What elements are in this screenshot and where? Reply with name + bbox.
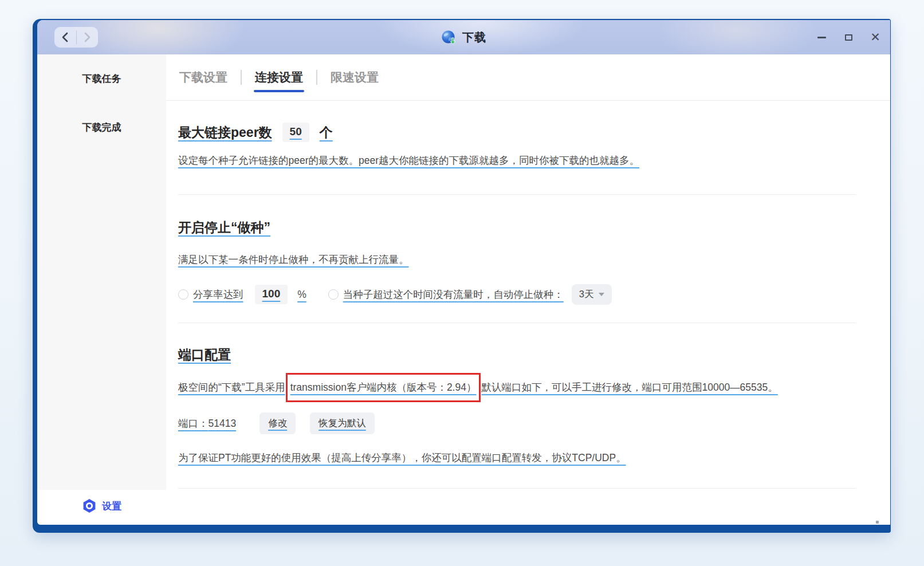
sidebar-item-download-complete[interactable]: 下载完成 [37, 103, 166, 152]
share-ratio-unit: % [297, 286, 306, 304]
max-peer-input[interactable]: 50 [282, 123, 309, 142]
port-intro-before: 极空间的“下载”工具采用 [178, 382, 285, 393]
port-intro-after: 默认端口如下，可以手工进行修改，端口可用范围10000—65535。 [481, 382, 777, 393]
nav-button-group [54, 27, 98, 48]
reset-port-button[interactable]: 恢复为默认 [310, 412, 375, 434]
chevron-right-icon [83, 32, 92, 42]
section-divider [178, 194, 856, 195]
timeout-dropdown-value: 3天 [579, 288, 594, 301]
tab-speed-limit-settings[interactable]: 限速设置 [329, 66, 380, 89]
sidebar-item-download-tasks[interactable]: 下载任务 [37, 54, 166, 103]
minimize-button[interactable] [816, 32, 827, 43]
port-number: 端口：51413 [178, 415, 236, 433]
max-peer-header-row: 最大链接peer数 50 个 [178, 123, 856, 142]
section-divider [178, 488, 856, 489]
pt-note: 为了保证PT功能更好的使用效果（提高上传分享率），你还可以配置端口配置转发，协议… [178, 449, 856, 467]
resize-grip[interactable] [876, 521, 879, 524]
maximize-icon [845, 34, 852, 41]
share-ratio-input[interactable]: 100 [255, 285, 288, 304]
minimize-icon [817, 37, 826, 38]
window-controls: ✕ [816, 20, 881, 54]
max-peer-unit: 个 [320, 124, 333, 142]
stop-seeding-title: 开启停止“做种” [178, 219, 856, 237]
settings-label: 设置 [102, 500, 121, 513]
modify-port-button[interactable]: 修改 [259, 412, 296, 434]
back-button[interactable] [54, 27, 76, 48]
port-config-intro: 极空间的“下载”工具采用transmission客户端内核（版本号：2.94）默… [178, 378, 856, 398]
timeout-dropdown[interactable]: 3天 [572, 284, 612, 305]
stop-seeding-options-row: 分享率达到 100 % 当种子超过这个时间没有流量时，自动停止做种： 3天 [178, 284, 856, 305]
port-config-title: 端口配置 [178, 346, 856, 364]
tab-bar: 下载设置 连接设置 限速设置 [166, 54, 890, 101]
port-row: 端口：51413 修改 恢复为默认 [178, 412, 856, 434]
main-content: 下载设置 连接设置 限速设置 最大链接peer数 50 个 设定每个种子允许链接… [166, 54, 890, 525]
download-globe-icon [441, 30, 457, 45]
settings-entry[interactable]: 设置 [37, 493, 166, 518]
app-window: 下载 ✕ 下载任务 下载完成 [33, 19, 891, 533]
chevron-down-icon [599, 293, 604, 296]
sidebar: 下载任务 下载完成 [37, 54, 166, 490]
sidebar-item-label: 下载完成 [82, 121, 121, 134]
max-peer-title: 最大链接peer数 [178, 124, 272, 142]
tab-connection-settings[interactable]: 连接设置 [254, 66, 304, 89]
window-body: 下载任务 下载完成 设置 下载设置 连接设置 [37, 54, 890, 525]
maximize-button[interactable] [843, 32, 854, 43]
stop-seeding-description: 满足以下某一条件时停止做种，不再贡献上行流量。 [178, 251, 856, 269]
forward-button[interactable] [76, 27, 98, 48]
close-icon: ✕ [870, 32, 880, 43]
settings-gear-icon [82, 498, 97, 513]
window-title: 下载 [462, 30, 486, 45]
settings-scroll-area: 最大链接peer数 50 个 设定每个种子允许链接的peer的最大数。peer越… [166, 123, 890, 489]
chevron-left-icon [61, 32, 69, 42]
titlebar: 下载 ✕ [37, 20, 890, 54]
timeout-radio[interactable] [328, 289, 339, 300]
section-divider [178, 323, 856, 323]
window-inner: 下载 ✕ 下载任务 下载完成 [37, 20, 890, 525]
tab-download-settings[interactable]: 下载设置 [178, 66, 229, 89]
tab-divider [241, 70, 242, 85]
annotation-red-box: transmission客户端内核（版本号：2.94） [286, 373, 481, 402]
sidebar-item-label: 下载任务 [82, 72, 121, 85]
tab-divider [316, 70, 317, 85]
port-intro-highlight: transmission客户端内核（版本号：2.94） [290, 382, 477, 393]
share-ratio-label: 分享率达到 [193, 286, 243, 304]
max-peer-description: 设定每个种子允许链接的peer的最大数。peer越大你能链接的下载源就越多，同时… [178, 152, 856, 170]
close-button[interactable]: ✕ [870, 32, 881, 43]
timeout-label: 当种子超过这个时间没有流量时，自动停止做种： [343, 286, 564, 304]
share-ratio-radio[interactable] [178, 289, 188, 300]
